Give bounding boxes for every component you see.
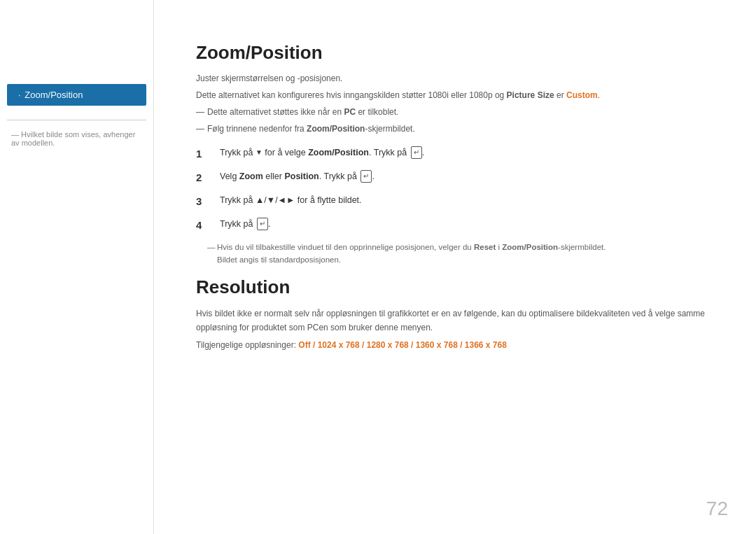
arrow-down-icon: ▼ bbox=[255, 147, 262, 158]
resolution-options: Tilgjengelige oppløsninger: Off / 1024 x… bbox=[196, 340, 714, 350]
sidebar: · Zoom/Position ― Hvilket bilde som vise… bbox=[0, 0, 154, 534]
resolution-options-values: Off / 1024 x 768 / 1280 x 768 / 1360 x 7… bbox=[298, 340, 507, 350]
zoom-intro2-orange: Custom bbox=[566, 90, 598, 100]
step-1-text: Trykk på ▼ for å velge Zoom/Position. Tr… bbox=[220, 146, 424, 160]
step-3: 3 Trykk på ▲/▼/◄► for å flytte bildet. bbox=[196, 193, 714, 210]
sub-note-zoom-pos: Zoom/Position bbox=[502, 243, 558, 251]
step-2: 2 Velg Zoom eller Position. Trykk på ↵. bbox=[196, 169, 714, 186]
sidebar-item-zoom-position[interactable]: · Zoom/Position bbox=[7, 84, 146, 106]
step-2-number: 2 bbox=[196, 169, 216, 186]
step-4-number: 4 bbox=[196, 217, 216, 234]
steps-container: 1 Trykk på ▼ for å velge Zoom/Position. … bbox=[196, 146, 714, 267]
step-3-text: Trykk på ▲/▼/◄► for å flytte bildet. bbox=[220, 193, 362, 207]
resolution-section: Resolution Hvis bildet ikke er normalt s… bbox=[196, 276, 714, 351]
step-4: 4 Trykk på ↵. bbox=[196, 217, 714, 234]
sub-note: Hvis du vil tilbakestille vinduet til de… bbox=[196, 241, 714, 267]
enter-icon-4: ↵ bbox=[257, 218, 268, 230]
zoom-intro2: Dette alternativet kan konfigureres hvis… bbox=[196, 89, 714, 102]
step-1: 1 Trykk på ▼ for å velge Zoom/Position. … bbox=[196, 146, 714, 162]
zoom-note1-pre: Dette alternativet støttes ikke når en bbox=[207, 107, 344, 117]
resolution-options-pre: Tilgjengelige oppløsninger: bbox=[196, 340, 298, 350]
enter-icon-2: ↵ bbox=[360, 170, 372, 183]
zoom-intro2-pre: Dette alternativet kan konfigureres hvis… bbox=[196, 90, 507, 100]
zoom-note2-bold: Zoom/Position bbox=[307, 124, 365, 134]
zoom-intro2-end: . bbox=[598, 90, 600, 100]
step-2-zoom: Zoom bbox=[239, 171, 263, 181]
resolution-title: Resolution bbox=[196, 276, 714, 298]
sidebar-divider bbox=[7, 120, 146, 120]
zoom-title: Zoom/Position bbox=[196, 42, 714, 64]
enter-icon-1: ↵ bbox=[411, 146, 422, 159]
zoom-intro2-bold: Picture Size bbox=[507, 90, 554, 100]
step-3-number: 3 bbox=[196, 193, 216, 210]
sidebar-item-label: Zoom/Position bbox=[24, 90, 83, 100]
sub-note-line2: Bildet angis til standardposisjonen. bbox=[217, 255, 341, 264]
zoom-section: Zoom/Position Juster skjermstørrelsen og… bbox=[196, 42, 714, 267]
sub-note-reset: Reset bbox=[474, 243, 496, 251]
step-2-text: Velg Zoom eller Position. Trykk på ↵. bbox=[220, 169, 374, 183]
zoom-note1-end: er tilkoblet. bbox=[356, 107, 398, 117]
step-1-zoom-pos: Zoom/Position bbox=[308, 148, 369, 157]
zoom-note2-pre: Følg trinnene nedenfor fra bbox=[207, 124, 307, 134]
step-1-number: 1 bbox=[196, 146, 216, 162]
resolution-desc: Hvis bildet ikke er normalt selv når opp… bbox=[196, 307, 714, 335]
zoom-note1: Dette alternativet støttes ikke når en P… bbox=[196, 106, 714, 119]
step-2-position: Position bbox=[284, 171, 318, 181]
sidebar-note: ― Hvilket bilde som vises, avhenger av m… bbox=[0, 127, 153, 150]
step-4-text: Trykk på ↵. bbox=[220, 217, 270, 231]
zoom-note2-end: -skjermbildet. bbox=[365, 124, 414, 134]
zoom-note2: Følg trinnene nedenfor fra Zoom/Position… bbox=[196, 122, 714, 136]
zoom-intro1: Juster skjermstørrelsen og -posisjonen. bbox=[196, 72, 714, 85]
page-container: · Zoom/Position ― Hvilket bilde som vise… bbox=[0, 0, 756, 534]
main-content: Zoom/Position Juster skjermstørrelsen og… bbox=[154, 0, 756, 534]
zoom-note1-bold: PC bbox=[344, 107, 356, 117]
page-number: 72 bbox=[706, 498, 728, 520]
sidebar-dot: · bbox=[18, 90, 20, 100]
zoom-intro2-mid: er bbox=[554, 90, 566, 100]
